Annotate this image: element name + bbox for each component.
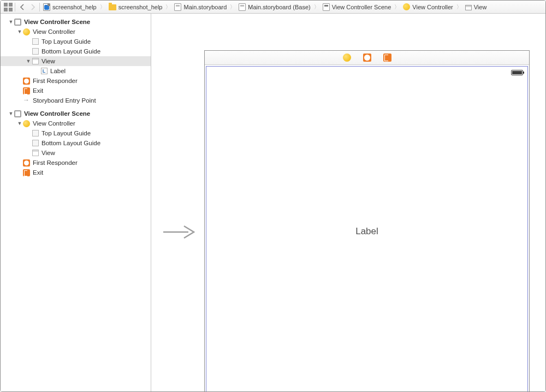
outline-view[interactable]: ▼ View (1, 56, 151, 66)
outline-label: Exit (31, 169, 43, 176)
breadcrumb-label: View Controller Scene (330, 4, 391, 10)
nav-forward-button[interactable] (27, 2, 38, 12)
entry-point-icon (23, 97, 30, 104)
layout-guide-icon (32, 140, 39, 146)
view-controller-icon[interactable] (343, 54, 351, 62)
view-controller-icon (403, 3, 410, 10)
outline-label: Top Layout Guide (39, 38, 91, 45)
folder-icon (109, 4, 116, 10)
jump-bar: screenshot_help 〉 screenshot_help 〉 Main… (1, 1, 545, 14)
breadcrumb-label: Main.storyboard (Base) (246, 4, 310, 10)
outline-label-item[interactable]: ▼ L Label (1, 66, 151, 76)
outline-first-responder[interactable]: ▼ First Responder (1, 76, 151, 86)
document-outline[interactable]: ▼ View Controller Scene ▼ View Controlle… (1, 14, 151, 391)
disclosure-triangle[interactable]: ▼ (8, 19, 14, 25)
layout-guide-icon (32, 48, 39, 55)
outline-label: Storyboard Entry Point (31, 97, 96, 104)
related-items-button[interactable] (3, 2, 14, 12)
first-responder-icon (23, 159, 30, 167)
exit-icon (23, 87, 30, 94)
scene-icon (14, 110, 21, 117)
outline-entry-point[interactable]: ▼ Storyboard Entry Point (1, 96, 151, 105)
outline-label: Top Layout Guide (39, 130, 91, 136)
storyboard-icon (239, 3, 246, 11)
disclosure-triangle[interactable]: ▼ (17, 121, 22, 126)
outline-scene[interactable]: ▼ View Controller Scene (1, 109, 151, 118)
breadcrumb-storyboard-base[interactable]: Main.storyboard (Base) (236, 3, 312, 11)
separator (39, 3, 40, 11)
breadcrumb-project[interactable]: screenshot_help (41, 3, 99, 11)
root-view[interactable]: Label (206, 66, 528, 392)
layout-guide-icon (32, 130, 39, 136)
outline-label: First Responder (31, 159, 78, 166)
outline-label: View (39, 58, 55, 64)
outline-label: View Controller Scene (22, 19, 90, 25)
storyboard-entry-arrow[interactable] (162, 224, 195, 240)
breadcrumb-folder[interactable]: screenshot_help (106, 3, 165, 10)
nav-back-button[interactable] (16, 2, 27, 12)
first-responder-icon[interactable] (363, 54, 371, 62)
outline-label: Exit (31, 87, 43, 94)
chevron-right-icon (31, 4, 35, 10)
outline-top-layout-guide[interactable]: ▼ Top Layout Guide (1, 37, 151, 46)
view-controller-icon (23, 120, 30, 127)
breadcrumb-label: screenshot_help (116, 4, 163, 10)
chevron-icon: 〉 (99, 3, 106, 11)
grid-icon (4, 3, 13, 11)
outline-label: Bottom Layout Guide (39, 140, 100, 146)
breadcrumb-storyboard[interactable]: Main.storyboard (172, 3, 229, 11)
breadcrumb-scene[interactable]: View Controller Scene (321, 3, 394, 11)
disclosure-triangle[interactable]: ▼ (17, 29, 22, 34)
battery-status-icon (511, 70, 523, 75)
uilabel[interactable]: Label (206, 226, 527, 237)
outline-label: View Controller (31, 28, 75, 35)
outline-label: Label (48, 68, 66, 74)
outline-first-responder[interactable]: ▼ First Responder (1, 158, 151, 168)
view-icon (32, 150, 39, 156)
outline-bottom-layout-guide[interactable]: ▼ Bottom Layout Guide (1, 46, 151, 56)
outline-view-controller[interactable]: ▼ View Controller (1, 118, 151, 128)
chevron-icon: 〉 (164, 3, 172, 11)
separator (15, 3, 15, 11)
breadcrumb-view[interactable]: View (463, 4, 489, 10)
storyboard-icon (174, 3, 181, 11)
chevron-icon: 〉 (393, 3, 401, 11)
outline-label: First Responder (31, 78, 78, 84)
label-icon: L (41, 68, 48, 74)
breadcrumb-label: screenshot_help (50, 4, 97, 10)
breadcrumb-label: Main.storyboard (181, 4, 227, 10)
outline-view[interactable]: ▼ View (1, 148, 151, 158)
view-controller-scene-canvas[interactable]: Label (204, 50, 530, 392)
outline-label: View Controller Scene (22, 110, 90, 117)
chevron-icon: 〉 (313, 3, 321, 11)
chevron-left-icon (20, 4, 25, 10)
view-icon (465, 5, 472, 10)
disclosure-triangle[interactable]: ▼ (26, 58, 31, 64)
outline-scene[interactable]: ▼ View Controller Scene (1, 17, 151, 27)
breadcrumb-label: View Controller (410, 4, 453, 10)
storyboard-canvas[interactable]: Label (151, 14, 545, 391)
outline-label: View (39, 150, 55, 156)
breadcrumb-view-controller[interactable]: View Controller (401, 3, 455, 10)
first-responder-icon (23, 78, 30, 85)
outline-view-controller[interactable]: ▼ View Controller (1, 27, 151, 37)
outline-top-layout-guide[interactable]: ▼ Top Layout Guide (1, 128, 151, 138)
view-controller-icon (23, 28, 30, 35)
outline-exit[interactable]: ▼ Exit (1, 86, 151, 96)
arrow-right-icon (162, 224, 195, 240)
file-icon (43, 3, 50, 11)
outline-exit[interactable]: ▼ Exit (1, 168, 151, 177)
chevron-icon: 〉 (229, 3, 236, 11)
layout-guide-icon (32, 38, 39, 45)
breadcrumb-label: View (472, 4, 487, 10)
scene-icon (323, 3, 330, 11)
chevron-icon: 〉 (455, 3, 463, 11)
outline-label: Bottom Layout Guide (39, 48, 100, 55)
scene-icon (14, 19, 21, 26)
disclosure-triangle[interactable]: ▼ (8, 111, 14, 116)
exit-icon[interactable] (383, 54, 391, 62)
outline-bottom-layout-guide[interactable]: ▼ Bottom Layout Guide (1, 138, 151, 148)
view-icon (32, 58, 39, 64)
exit-icon (23, 169, 30, 176)
scene-dock (205, 51, 529, 65)
